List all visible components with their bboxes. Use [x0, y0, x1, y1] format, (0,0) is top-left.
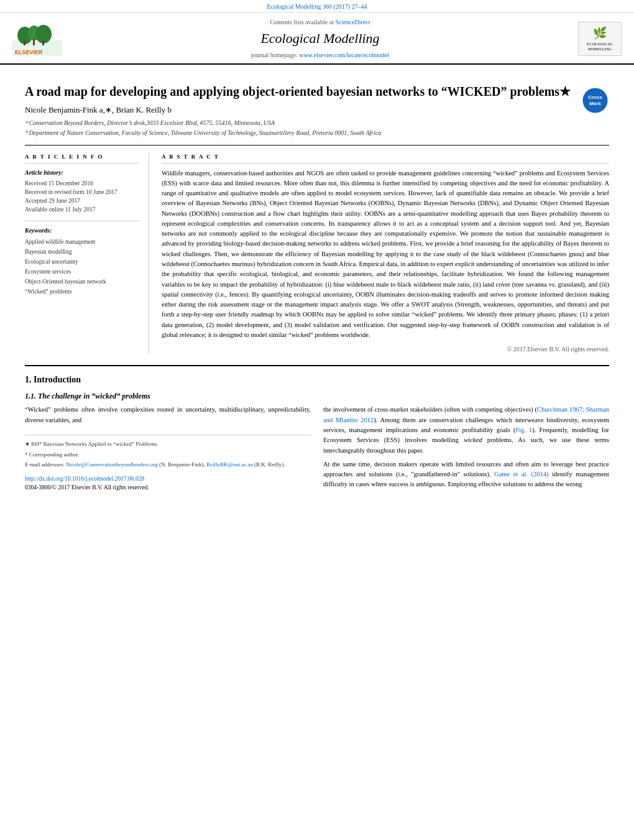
game-link[interactable]: Game et al. (2014) — [494, 471, 548, 478]
issn-text: 0304-3800/© 2017 Elsevier B.V. All right… — [25, 484, 149, 491]
abstract-paragraph: Wildlife managers, conservation-based au… — [162, 168, 609, 341]
history-heading: Article history: — [25, 168, 139, 177]
keyword-2: Bayesian modelling — [25, 247, 139, 257]
keywords-group: Keywords: Applied wildlife management Ba… — [25, 226, 139, 297]
accepted-date: Accepted 29 June 2017 — [25, 196, 139, 205]
abstract-label: A B S T R A C T — [162, 153, 609, 164]
keyword-3: Ecological uncertainty — [25, 257, 139, 267]
keyword-1: Applied wildlife management — [25, 237, 139, 247]
available-date: Available online 11 July 2017 — [25, 205, 139, 214]
keywords-heading: Keywords: — [25, 226, 139, 235]
keyword-4: Ecosystem services — [25, 267, 139, 277]
keyword-5: Object-Oriented bayesian network — [25, 277, 139, 287]
eco-logo: 🌿 ECOLOGICAL MODELLING — [578, 22, 622, 56]
footnotes-area: ★ RH* Bayesian Networks Applied to “wick… — [25, 435, 311, 469]
subsection-title: 1.1. The challenge in “wicked” problems — [25, 391, 609, 402]
elsevier-logo: ELSEVIER — [12, 22, 62, 56]
homepage-link[interactable]: www.elsevier.com/locate/ecolmodel — [299, 52, 389, 58]
affil-a: ᵃ Conservation Beyond Borders, Director’… — [25, 119, 575, 127]
journal-header: ELSEVIER Contents lists available at Sci… — [0, 13, 634, 65]
churchman-link[interactable]: Churchman 1967; Sharman and Mlambo 2012 — [323, 406, 609, 423]
keywords-list: Applied wildlife management Bayesian mod… — [25, 237, 139, 297]
abstract-col: A B S T R A C T Wildlife managers, conse… — [162, 153, 609, 354]
intro-title: 1. Introduction — [25, 374, 609, 386]
article-title-section: A road map for developing and applying o… — [25, 74, 609, 145]
svg-text:Mark: Mark — [589, 101, 601, 106]
article-title-text: A road map for developing and applying o… — [25, 83, 575, 139]
crossmark-logo: Cross Mark — [581, 86, 609, 114]
svg-rect-6 — [42, 40, 44, 45]
intro-right-para-2: At the same time, decision makers operat… — [323, 459, 609, 490]
article-info-label: A R T I C L E I N F O — [25, 153, 139, 164]
intro-left-para: “Wicked” problems often involve complexi… — [25, 405, 311, 425]
journal-ref-text: Ecological Modelling 360 (2017) 27–44 — [267, 3, 367, 10]
fig1-link[interactable]: Fig. 1 — [515, 427, 532, 433]
email-nicole-link[interactable]: Nicole@Conservationbeyondborders.org — [66, 461, 158, 468]
svg-text:ELSEVIER: ELSEVIER — [15, 49, 43, 55]
received-revised-date: Received in revised form 10 June 2017 — [25, 188, 139, 196]
keyword-6: “Wicked” problems — [25, 287, 139, 297]
intro-section: 1. Introduction 1.1. The challenge in “w… — [25, 365, 609, 494]
article-body: A road map for developing and applying o… — [0, 65, 634, 506]
authors-line: Nicole Benjamin-Fink a,∗, Brian K. Reill… — [25, 104, 575, 116]
footnote-corr: * Corresponding author. — [25, 451, 311, 459]
doi-link[interactable]: http://dx.doi.org/10.1016/j.ecolmodel.20… — [25, 476, 144, 482]
journal-title: Ecological Modelling — [75, 29, 566, 48]
affil-b: ᵇ Department of Nature Conservation, Fac… — [25, 129, 575, 137]
email-brian-link[interactable]: ReillyBK@nut.ac.za — [206, 461, 253, 468]
two-col-info: A R T I C L E I N F O Article history: R… — [25, 153, 609, 354]
received-date: Received 15 December 2016 — [25, 179, 139, 188]
svg-text:Cross: Cross — [588, 95, 602, 100]
article-history-group: Article history: Received 15 December 20… — [25, 168, 139, 215]
article-info-col: A R T I C L E I N F O Article history: R… — [25, 153, 149, 354]
footnote-star: ★ RH* Bayesian Networks Applied to “wick… — [25, 440, 311, 449]
footnote-email: E-mail addresses: Nicole@Conservationbey… — [25, 461, 311, 469]
journal-center: Contents lists available at ScienceDirec… — [62, 18, 578, 60]
article-title: A road map for developing and applying o… — [25, 83, 575, 99]
journal-homepage: journal homepage: www.elsevier.com/locat… — [75, 51, 566, 60]
page-container: Ecological Modelling 360 (2017) 27–44 EL… — [0, 0, 634, 506]
svg-rect-4 — [24, 40, 25, 45]
contents-line: Contents lists available at ScienceDirec… — [75, 18, 566, 27]
eco-leaf-icon: 🌿 — [593, 25, 607, 41]
intro-two-col: “Wicked” problems often involve complexi… — [25, 405, 609, 493]
copyright-line: © 2017 Elsevier B.V. All rights reserved… — [162, 345, 609, 354]
sciencedirect-link[interactable]: ScienceDirect — [335, 19, 370, 25]
abstract-text: Wildlife managers, conservation-based au… — [162, 168, 609, 341]
svg-rect-5 — [33, 39, 35, 45]
doi-area: http://dx.doi.org/10.1016/j.ecolmodel.20… — [25, 474, 311, 492]
intro-left-col: “Wicked” problems often involve complexi… — [25, 405, 311, 493]
intro-right-col: the involvement of cross-market stakehol… — [323, 405, 609, 493]
journal-ref-line: Ecological Modelling 360 (2017) 27–44 — [0, 0, 634, 13]
intro-right-para-1: the involvement of cross-market stakehol… — [323, 405, 609, 455]
